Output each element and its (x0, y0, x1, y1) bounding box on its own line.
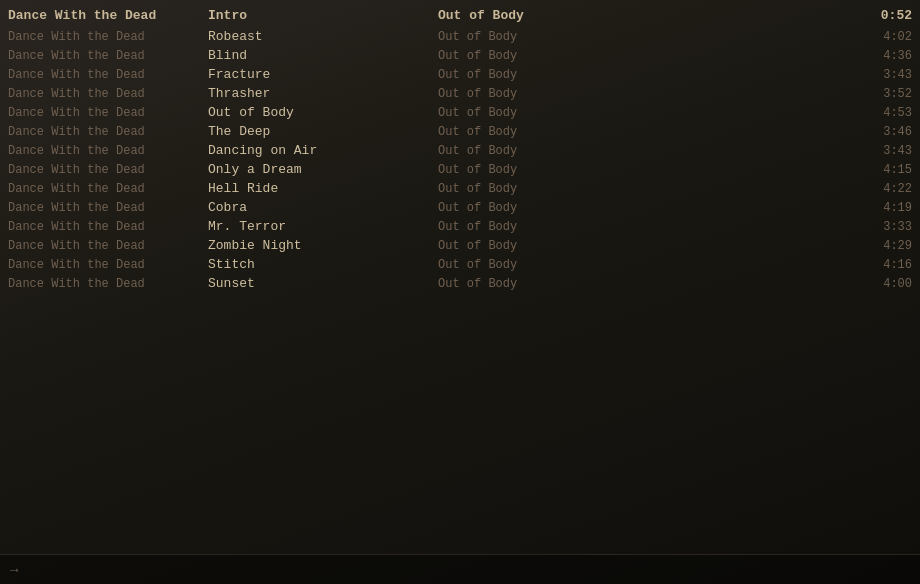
header-duration: 0:52 (852, 8, 912, 23)
track-album: Out of Body (438, 144, 852, 158)
track-artist: Dance With the Dead (8, 258, 208, 272)
track-album: Out of Body (438, 87, 852, 101)
track-artist: Dance With the Dead (8, 49, 208, 63)
table-row[interactable]: Dance With the DeadFractureOut of Body3:… (0, 65, 920, 84)
track-artist: Dance With the Dead (8, 182, 208, 196)
track-duration: 3:43 (852, 68, 912, 82)
table-row[interactable]: Dance With the DeadZombie NightOut of Bo… (0, 236, 920, 255)
track-artist: Dance With the Dead (8, 30, 208, 44)
track-title: Dancing on Air (208, 143, 438, 158)
table-row[interactable]: Dance With the DeadOut of BodyOut of Bod… (0, 103, 920, 122)
track-title: Cobra (208, 200, 438, 215)
track-title: Blind (208, 48, 438, 63)
track-duration: 3:43 (852, 144, 912, 158)
track-artist: Dance With the Dead (8, 144, 208, 158)
arrow-icon: → (10, 562, 18, 578)
track-duration: 4:16 (852, 258, 912, 272)
track-list-header: Dance With the Dead Intro Out of Body 0:… (0, 6, 920, 25)
table-row[interactable]: Dance With the DeadCobraOut of Body4:19 (0, 198, 920, 217)
track-duration: 4:29 (852, 239, 912, 253)
track-title: Fracture (208, 67, 438, 82)
track-list: Dance With the Dead Intro Out of Body 0:… (0, 0, 920, 299)
track-artist: Dance With the Dead (8, 220, 208, 234)
track-artist: Dance With the Dead (8, 87, 208, 101)
table-row[interactable]: Dance With the DeadDancing on AirOut of … (0, 141, 920, 160)
track-title: Zombie Night (208, 238, 438, 253)
track-duration: 4:22 (852, 182, 912, 196)
track-artist: Dance With the Dead (8, 239, 208, 253)
track-title: Hell Ride (208, 181, 438, 196)
table-row[interactable]: Dance With the DeadStitchOut of Body4:16 (0, 255, 920, 274)
header-title: Intro (208, 8, 438, 23)
table-row[interactable]: Dance With the DeadHell RideOut of Body4… (0, 179, 920, 198)
track-duration: 4:19 (852, 201, 912, 215)
table-row[interactable]: Dance With the DeadSunsetOut of Body4:00 (0, 274, 920, 293)
track-duration: 4:02 (852, 30, 912, 44)
track-duration: 4:53 (852, 106, 912, 120)
track-album: Out of Body (438, 239, 852, 253)
track-title: Only a Dream (208, 162, 438, 177)
track-title: The Deep (208, 124, 438, 139)
track-album: Out of Body (438, 68, 852, 82)
table-row[interactable]: Dance With the DeadBlindOut of Body4:36 (0, 46, 920, 65)
track-artist: Dance With the Dead (8, 106, 208, 120)
track-title: Stitch (208, 257, 438, 272)
track-duration: 4:00 (852, 277, 912, 291)
table-row[interactable]: Dance With the DeadThrasherOut of Body3:… (0, 84, 920, 103)
track-artist: Dance With the Dead (8, 68, 208, 82)
track-album: Out of Body (438, 30, 852, 44)
track-album: Out of Body (438, 182, 852, 196)
track-album: Out of Body (438, 258, 852, 272)
header-artist: Dance With the Dead (8, 8, 208, 23)
track-artist: Dance With the Dead (8, 125, 208, 139)
track-title: Sunset (208, 276, 438, 291)
track-duration: 4:15 (852, 163, 912, 177)
track-album: Out of Body (438, 201, 852, 215)
table-row[interactable]: Dance With the DeadThe DeepOut of Body3:… (0, 122, 920, 141)
track-album: Out of Body (438, 125, 852, 139)
bottom-bar: → (0, 554, 920, 584)
track-album: Out of Body (438, 277, 852, 291)
track-artist: Dance With the Dead (8, 277, 208, 291)
track-artist: Dance With the Dead (8, 163, 208, 177)
track-duration: 4:36 (852, 49, 912, 63)
track-title: Mr. Terror (208, 219, 438, 234)
track-duration: 3:33 (852, 220, 912, 234)
track-album: Out of Body (438, 220, 852, 234)
track-title: Thrasher (208, 86, 438, 101)
track-album: Out of Body (438, 49, 852, 63)
track-title: Out of Body (208, 105, 438, 120)
track-album: Out of Body (438, 106, 852, 120)
track-duration: 3:52 (852, 87, 912, 101)
header-album: Out of Body (438, 8, 852, 23)
track-title: Robeast (208, 29, 438, 44)
track-album: Out of Body (438, 163, 852, 177)
table-row[interactable]: Dance With the DeadRobeastOut of Body4:0… (0, 27, 920, 46)
track-artist: Dance With the Dead (8, 201, 208, 215)
track-duration: 3:46 (852, 125, 912, 139)
table-row[interactable]: Dance With the DeadOnly a DreamOut of Bo… (0, 160, 920, 179)
table-row[interactable]: Dance With the DeadMr. TerrorOut of Body… (0, 217, 920, 236)
